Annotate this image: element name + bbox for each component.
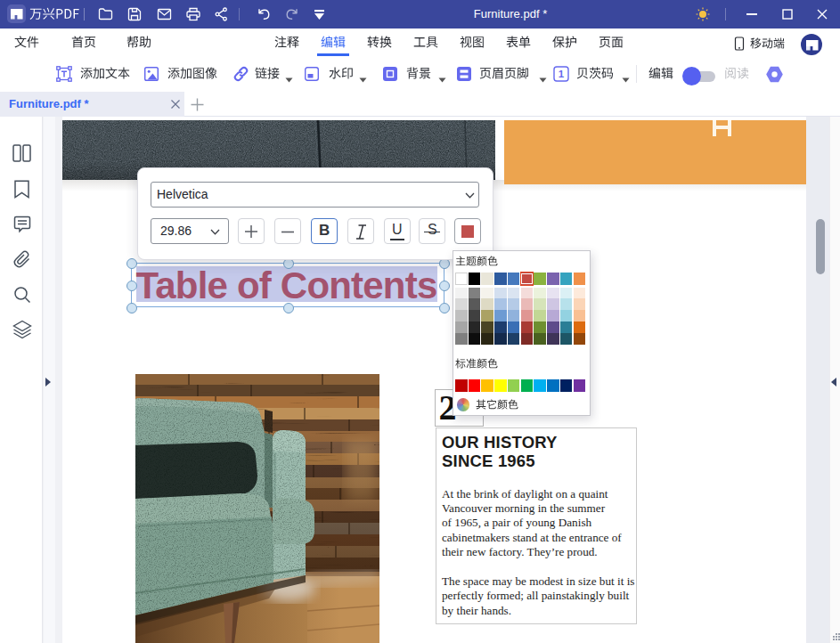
svg-text:1: 1 xyxy=(559,69,565,79)
